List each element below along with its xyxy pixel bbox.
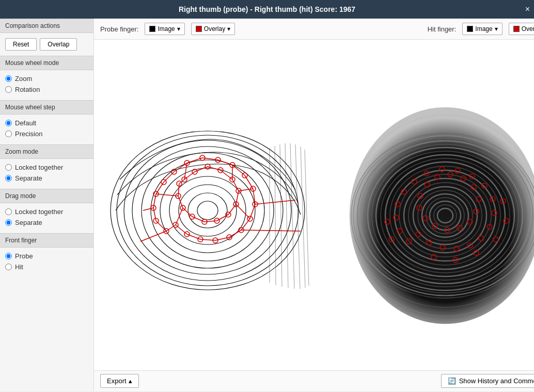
zoom-separate-radio[interactable] <box>5 175 12 182</box>
svg-line-77 <box>176 225 187 234</box>
mouse-wheel-step-header: Mouse wheel step <box>0 100 93 115</box>
svg-point-98 <box>350 107 534 324</box>
zoom-radio-item[interactable]: Zoom <box>5 73 88 84</box>
zoom-locked-radio-item[interactable]: Locked together <box>5 162 88 173</box>
hit-image-label: Image <box>475 25 492 32</box>
toolbar-right: Hit finger: Image ▾ Overlay ▾ <box>428 23 534 35</box>
zoom-label: Zoom <box>15 75 32 83</box>
export-label: Export <box>107 377 127 385</box>
probe-image-chevron: ▾ <box>177 25 180 32</box>
mouse-wheel-mode-group: Zoom Rotation <box>0 70 93 100</box>
close-button[interactable]: × <box>525 5 530 13</box>
drag-mode-group: Locked together Separate <box>0 203 93 233</box>
probe-image-label: Image <box>158 25 175 32</box>
svg-line-87 <box>140 231 166 241</box>
svg-line-51 <box>228 204 236 215</box>
main-layout: Comparison actions Reset Overlap Mouse w… <box>0 19 534 391</box>
svg-line-78 <box>166 225 176 231</box>
sidebar: Comparison actions Reset Overlap Mouse w… <box>0 19 94 391</box>
svg-line-62 <box>156 182 164 194</box>
export-chevron-icon: ▴ <box>129 377 132 385</box>
probe-radio[interactable] <box>5 253 12 259</box>
zoom-locked-label: Locked together <box>15 164 63 171</box>
precision-radio-item[interactable]: Precision <box>5 128 88 139</box>
zoom-locked-radio[interactable] <box>5 164 12 171</box>
svg-point-0 <box>197 201 218 220</box>
svg-line-53 <box>205 221 217 222</box>
probe-overlay-label: Overlay <box>204 25 225 32</box>
front-finger-header: Front finger <box>0 233 93 248</box>
svg-line-59 <box>156 221 166 231</box>
drag-separate-label: Separate <box>15 219 42 226</box>
hit-finger-label: Hit finger: <box>428 25 457 33</box>
drag-locked-radio-item[interactable]: Locked together <box>5 206 88 217</box>
svg-point-6 <box>142 153 274 268</box>
hit-image-dropdown[interactable]: Image ▾ <box>462 23 502 35</box>
hit-overlay-dropdown[interactable]: Overlay ▾ <box>509 23 534 35</box>
export-button[interactable]: Export ▴ <box>100 374 139 388</box>
drag-locked-radio[interactable] <box>5 208 12 215</box>
hit-radio-item[interactable]: Hit <box>5 262 88 272</box>
front-finger-group: Probe Hit <box>0 248 93 277</box>
window-title: Right thumb (probe) - Right thumb (hit) … <box>179 5 355 13</box>
precision-radio[interactable] <box>5 130 12 137</box>
svg-line-52 <box>217 215 228 221</box>
hit-radio[interactable] <box>5 264 12 270</box>
svg-point-2 <box>179 185 237 236</box>
fingerprint-container <box>94 40 534 370</box>
zoom-separate-radio-item[interactable]: Separate <box>5 173 88 184</box>
drag-locked-label: Locked together <box>15 208 63 216</box>
hit-image-swatch <box>467 26 473 32</box>
top-toolbar: Probe finger: Image ▾ Overlay ▾ Hit fing… <box>94 19 534 40</box>
show-history-button[interactable]: 🔄 Show History and Comments <box>441 374 534 388</box>
comparison-actions-header: Comparison actions <box>0 19 93 33</box>
svg-line-73 <box>229 230 241 237</box>
drag-separate-radio-item[interactable]: Separate <box>5 217 88 228</box>
zoom-mode-group: Locked together Separate <box>0 159 93 189</box>
svg-line-69 <box>245 175 253 189</box>
default-radio-item[interactable]: Default <box>5 118 88 128</box>
rotation-radio[interactable] <box>5 86 12 93</box>
svg-point-1 <box>188 193 227 228</box>
drag-separate-radio[interactable] <box>5 219 12 226</box>
hit-label: Hit <box>15 263 23 271</box>
precision-label: Precision <box>15 130 42 138</box>
zoom-mode-header: Zoom mode <box>0 144 93 159</box>
svg-point-8 <box>124 140 291 281</box>
mouse-wheel-step-group: Default Precision <box>0 115 93 144</box>
probe-label: Probe <box>15 252 33 260</box>
probe-radio-item[interactable]: Probe <box>5 251 88 262</box>
svg-line-55 <box>183 208 192 217</box>
show-history-label: Show History and Comments <box>459 377 534 385</box>
hit-overlay-swatch <box>513 26 520 32</box>
probe-svg <box>104 76 311 334</box>
title-bar: Right thumb (probe) - Right thumb (hit) … <box>0 0 534 19</box>
hit-image-chevron: ▾ <box>495 25 498 32</box>
svg-line-54 <box>192 217 205 222</box>
content-area: Probe finger: Image ▾ Overlay ▾ Hit fing… <box>94 19 534 391</box>
probe-image-dropdown[interactable]: Image ▾ <box>145 23 184 35</box>
zoom-radio[interactable] <box>5 75 12 82</box>
fingerprint-area <box>94 40 534 370</box>
svg-line-86 <box>241 230 301 231</box>
probe-overlay-chevron: ▾ <box>227 25 230 32</box>
overlap-button[interactable]: Overlap <box>40 38 77 51</box>
drag-mode-header: Drag mode <box>0 189 93 203</box>
bottom-toolbar: Export ▴ 🔄 Show History and Comments <box>94 370 534 391</box>
reset-button[interactable]: Reset <box>5 38 37 51</box>
default-label: Default <box>15 119 36 127</box>
zoom-separate-label: Separate <box>15 174 42 182</box>
probe-overlay-dropdown[interactable]: Overlay ▾ <box>191 23 235 35</box>
hit-svg <box>342 76 534 334</box>
default-radio[interactable] <box>5 120 12 126</box>
probe-overlay-swatch <box>196 26 202 32</box>
svg-line-90 <box>275 146 276 285</box>
hit-fingerprint <box>342 76 534 334</box>
rotation-label: Rotation <box>15 86 40 93</box>
mouse-wheel-mode-header: Mouse wheel mode <box>0 56 93 70</box>
probe-finger-label: Probe finger: <box>100 25 138 33</box>
probe-image-swatch <box>149 26 155 32</box>
hit-overlay-label: Overlay <box>522 25 534 32</box>
probe-fingerprint <box>104 76 311 334</box>
rotation-radio-item[interactable]: Rotation <box>5 84 88 95</box>
